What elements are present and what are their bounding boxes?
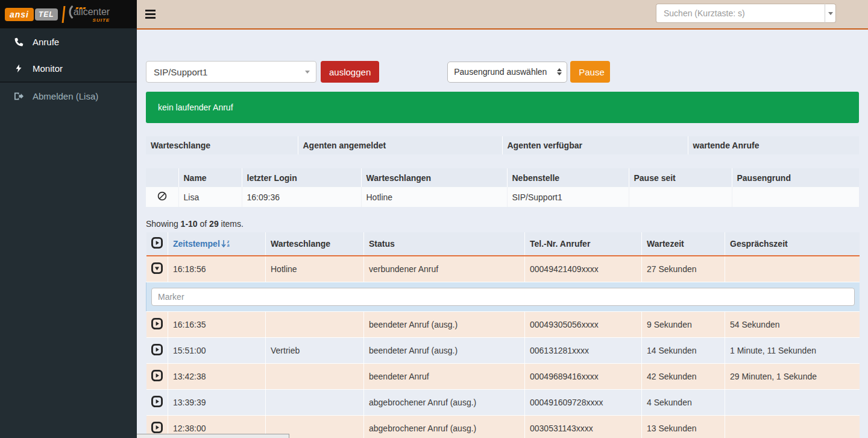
calls-header-anrufer: Tel.-Nr. Anrufer <box>525 232 642 256</box>
agents-header-pause-reason: Pausengrund <box>732 168 859 187</box>
collapse-row-icon[interactable] <box>151 262 163 274</box>
pause-reason-value: Pausengrund auswählen <box>454 67 547 77</box>
agent-pause-reason <box>732 187 859 207</box>
call-talk <box>725 415 860 438</box>
pagination-range: 1-10 <box>181 219 198 229</box>
call-status: beendeter Anruf (ausg.) <box>364 337 525 363</box>
play-all-icon[interactable] <box>151 237 163 249</box>
brand-suite: SUITE <box>68 17 110 23</box>
agents-table: Name letzter Login Warteschlangen Nebens… <box>146 168 859 207</box>
call-row-expanded[interactable]: 16:18:56 Hotline verbundener Anruf 00049… <box>146 256 860 282</box>
agent-controls: SIP/Support1 ausloggen Pausengrund auswä… <box>146 61 859 83</box>
queues-header-verfuegbar: Agenten verfügbar <box>502 136 688 154</box>
agents-header-name: Name <box>178 168 242 187</box>
call-status-text: kein laufender Anruf <box>158 103 233 112</box>
brand-divider <box>61 6 65 23</box>
agents-header-extension: Nebenstelle <box>507 168 629 187</box>
calls-header-status: Status <box>364 232 525 256</box>
pagination-summary: Showing 1-10 of 29 items. <box>146 219 859 229</box>
brand-tel-badge: TEL <box>35 8 58 21</box>
call-wait: 27 Sekunden <box>642 256 725 282</box>
sidebar-item-abmelden[interactable]: Abmelden (Lisa) <box>0 83 137 110</box>
extension-select-value: SIP/Support1 <box>154 67 207 77</box>
marker-input[interactable] <box>151 288 855 306</box>
search-input[interactable] <box>656 4 825 23</box>
call-talk <box>725 389 860 415</box>
agent-queues: Hotline <box>361 187 507 207</box>
call-status: beendeter Anruf <box>364 363 525 389</box>
marker-row <box>146 282 860 311</box>
extension-select[interactable]: SIP/Support1 <box>146 61 316 83</box>
call-caller: 000491609728xxxx <box>525 389 642 415</box>
agent-name: Lisa <box>178 187 242 207</box>
call-queue <box>266 389 364 415</box>
call-row[interactable]: 15:51:00 Vertrieb beendeter Anruf (ausg.… <box>146 337 860 363</box>
call-row[interactable]: 13:42:38 beendeter Anruf 00049689416xxxx… <box>146 363 860 389</box>
sign-out-icon <box>12 92 25 101</box>
pagination-total: 29 <box>209 219 219 229</box>
search-dropdown-button[interactable] <box>825 4 836 23</box>
queues-header-angemeldet: Agenten angemeldet <box>298 136 502 154</box>
call-talk: 1 Minute, 11 Sekunden <box>725 337 860 363</box>
calls-header-zeitstempel-sort[interactable]: Zeitstempel za <box>168 232 266 256</box>
expand-row-icon[interactable] <box>151 370 163 381</box>
call-talk: 29 Minuten, 1 Sekunde <box>725 363 860 389</box>
sidebar-item-label: Anrufe <box>33 37 59 47</box>
call-wait: 13 Sekunden <box>642 415 725 438</box>
call-time: 16:18:56 <box>168 256 266 282</box>
call-caller: 00049421409xxxx <box>525 256 642 282</box>
call-time: 13:39:39 <box>168 389 266 415</box>
agent-pause-since <box>629 187 732 207</box>
call-caller: 006131281xxxx <box>525 337 642 363</box>
app-logo: ansi TEL allcenter SUITE <box>0 0 137 28</box>
call-queue: Vertrieb <box>266 337 364 363</box>
logout-button[interactable]: ausloggen <box>321 61 379 83</box>
sidebar: ansi TEL allcenter SUITE Anrufe <box>0 0 137 438</box>
topbar <box>137 0 868 30</box>
agents-header-login: letzter Login <box>242 168 361 187</box>
agent-last-login: 16:09:36 <box>242 187 361 207</box>
hamburger-menu-icon[interactable] <box>145 10 156 21</box>
call-status: abgebrochener Anruf (ausg.) <box>364 415 525 438</box>
sidebar-item-monitor[interactable]: Monitor <box>0 55 137 81</box>
bolt-icon <box>12 63 25 74</box>
expand-row-icon[interactable] <box>151 318 163 329</box>
call-wait: 14 Sekunden <box>642 337 725 363</box>
call-row[interactable]: 16:16:35 beendeter Anruf (ausg.) 0004930… <box>146 311 860 337</box>
calls-header-gespraechszeit: Gesprächszeit <box>725 232 860 256</box>
pause-button[interactable]: Pause <box>570 61 610 83</box>
call-queue: Hotline <box>266 256 364 282</box>
call-caller: 00049689416xxxx <box>525 363 642 389</box>
pause-reason-select[interactable]: Pausengrund auswählen <box>447 62 567 83</box>
call-queue <box>266 311 364 337</box>
call-queue <box>266 363 364 389</box>
chevron-down-icon <box>305 71 310 74</box>
queues-header-wartend: wartende Anrufe <box>688 136 859 154</box>
browser-status-bar <box>137 434 289 438</box>
calls-table: Zeitstempel za Warteschlange Status Tel.… <box>146 232 860 438</box>
sort-desc-icon <box>221 240 226 247</box>
agent-row: Lisa 16:09:36 Hotline SIP/Support1 <box>146 187 859 207</box>
sort-za-label: za <box>227 240 230 247</box>
ban-icon[interactable] <box>157 191 168 202</box>
sidebar-item-label: Monitor <box>33 63 63 74</box>
expand-row-icon[interactable] <box>151 344 163 355</box>
select-spinner-icon <box>557 68 562 75</box>
agents-header-queues: Warteschlangen <box>361 168 507 187</box>
expand-row-icon[interactable] <box>151 396 163 407</box>
search-group <box>656 4 836 23</box>
call-row[interactable]: 13:39:39 abgebrochener Anruf (ausg.) 000… <box>146 389 860 415</box>
calls-header-warteschlange: Warteschlange <box>266 232 364 256</box>
queues-summary-table: Warteschlange Agenten angemeldet Agenten… <box>146 136 859 154</box>
expand-row-icon[interactable] <box>151 422 163 433</box>
call-caller: 00049305056xxxx <box>525 311 642 337</box>
call-time: 15:51:00 <box>168 337 266 363</box>
call-wait: 4 Sekunden <box>642 389 725 415</box>
call-wait: 42 Sekunden <box>642 363 725 389</box>
call-status: beendeter Anruf (ausg.) <box>364 311 525 337</box>
sidebar-item-anrufe[interactable]: Anrufe <box>0 28 137 55</box>
agent-extension: SIP/Support1 <box>507 187 629 207</box>
queues-header-warteschlange: Warteschlange <box>146 136 298 154</box>
chevron-down-icon <box>828 12 833 15</box>
call-talk <box>725 256 860 282</box>
